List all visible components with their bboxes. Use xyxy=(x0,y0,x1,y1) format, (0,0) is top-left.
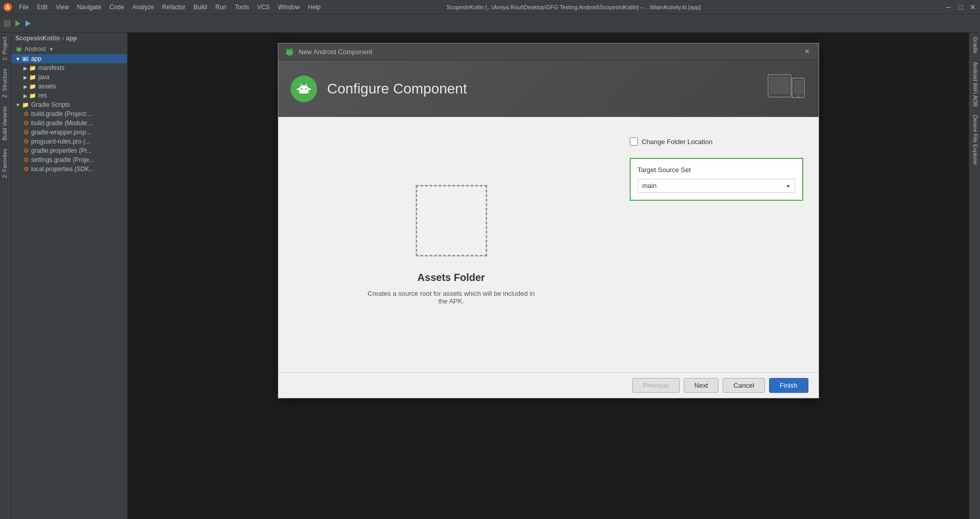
svg-line-8 xyxy=(20,47,21,49)
svg-marker-4 xyxy=(26,20,31,27)
sidebar-item-assets[interactable]: ▶ 📁 assets xyxy=(11,82,127,91)
sidebar-item-res[interactable]: ▶ 📁 res xyxy=(11,91,127,100)
sidebar-item-build-gradle-project[interactable]: ⚙ build.gradle (Project:... xyxy=(11,109,127,119)
tab-device-file-explorer[interactable]: Device File Explorer xyxy=(969,111,980,169)
sidebar-item-java[interactable]: ▶ 📁 java xyxy=(11,73,127,82)
java-label: java xyxy=(38,74,50,81)
local-properties-label: local.properties (SDK... xyxy=(31,166,94,173)
svg-rect-6 xyxy=(17,49,21,51)
project-sidebar: ScopesInKotlin › app Android ▼ ▼ a app xyxy=(11,33,128,519)
sidebar-item-build-gradle-module[interactable]: ⚙ build.gradle (Module:... xyxy=(11,119,127,128)
svg-text:A: A xyxy=(6,5,9,10)
change-folder-location-row: Change Folder Location xyxy=(630,137,803,146)
right-tabs-panel: Gradle Android WiFi ADB Device File Expl… xyxy=(969,33,980,519)
dialog-title-android-icon xyxy=(284,46,295,57)
android-logo-icon xyxy=(294,79,314,99)
settings-gradle-label: settings.gradle (Proje... xyxy=(31,156,94,163)
svg-point-16 xyxy=(291,49,292,50)
svg-point-22 xyxy=(305,88,306,89)
menu-analyze[interactable]: Analyze xyxy=(129,3,158,12)
menu-help[interactable]: Help xyxy=(304,3,324,12)
menu-code[interactable]: Code xyxy=(106,3,128,12)
tab-structure[interactable]: Z: Structure xyxy=(0,64,11,102)
change-folder-location-checkbox[interactable] xyxy=(630,137,638,146)
debug-icon[interactable] xyxy=(23,19,32,28)
tab-project[interactable]: 1: Project xyxy=(0,33,11,64)
android-header-icon xyxy=(291,76,317,102)
dialog-left-panel: Assets Folder Creates a source root for … xyxy=(294,132,609,357)
sidebar-item-app[interactable]: ▼ a app xyxy=(11,54,127,63)
menu-build[interactable]: Build xyxy=(190,3,211,12)
change-folder-location-label: Change Folder Location xyxy=(642,138,713,146)
android-label: Android xyxy=(25,45,45,53)
menu-file[interactable]: File xyxy=(15,3,32,12)
sidebar-item-settings-gradle[interactable]: ⚙ settings.gradle (Proje... xyxy=(11,155,127,164)
target-source-set-select[interactable]: main xyxy=(638,179,795,193)
android-header: Android ▼ xyxy=(11,44,127,54)
dialog-right-panel: Change Folder Location Target Source Set… xyxy=(630,132,803,357)
sidebar-item-proguard[interactable]: ⚙ proguard-rules.pro (... xyxy=(11,137,127,146)
sidebar-item-manifests[interactable]: ▶ 📁 manifests xyxy=(11,63,127,73)
component-description: Creates a source root for assets which w… xyxy=(365,290,538,305)
tab-gradle[interactable]: Gradle xyxy=(969,33,980,58)
tab-favorites[interactable]: 2: Favorites xyxy=(0,145,11,182)
folder-icon: 📁 xyxy=(29,74,36,81)
folder-arrow-icon: ▶ xyxy=(23,75,28,80)
menu-vcs[interactable]: VCS xyxy=(254,3,274,12)
svg-rect-30 xyxy=(794,80,803,95)
svg-rect-28 xyxy=(770,77,790,94)
sidebar-item-gradle-scripts[interactable]: ▼ 📁 Gradle Scripts xyxy=(11,100,127,109)
next-button[interactable]: Next xyxy=(684,378,719,393)
menu-tools[interactable]: Tools xyxy=(231,3,253,12)
sidebar-item-gradle-properties[interactable]: ⚙ gradle.properties (Pr... xyxy=(11,146,127,155)
menu-bar: A File Edit View Navigate Code Analyze R… xyxy=(0,0,980,14)
window-title: ScopesInKotlin [...\Amiya Rout\Desktop\G… xyxy=(446,4,701,10)
toolbar xyxy=(0,14,980,33)
app-logo-icon: A xyxy=(3,3,12,12)
sidebar-header: ScopesInKotlin › app xyxy=(11,33,127,44)
tab-android-wifi-adb[interactable]: Android WiFi ADB xyxy=(969,58,980,111)
dialog-header: Configure Component xyxy=(278,60,819,117)
gradle-folder-icon: 📁 xyxy=(22,102,29,108)
close-button[interactable]: ✕ xyxy=(969,3,977,11)
project-name-label: ScopesInKotlin xyxy=(15,35,60,42)
menu-view[interactable]: View xyxy=(52,3,73,12)
dialog-close-button[interactable]: × xyxy=(802,46,812,57)
menu-run[interactable]: Run xyxy=(212,3,230,12)
gradle-scripts-label: Gradle Scripts xyxy=(31,101,70,108)
dialog-header-title: Configure Component xyxy=(327,81,467,97)
menu-edit[interactable]: Edit xyxy=(33,3,51,12)
cancel-button[interactable]: Cancel xyxy=(723,378,764,393)
gradle-file-icon: ⚙ xyxy=(23,110,29,117)
target-source-set-panel: Target Source Set main ▼ xyxy=(630,158,803,201)
phone-tablet-icon xyxy=(766,70,806,101)
svg-rect-26 xyxy=(308,88,311,90)
menu-navigate[interactable]: Navigate xyxy=(74,3,105,12)
target-source-set-label: Target Source Set xyxy=(638,166,795,174)
main-layout: 1: Project Z: Structure Build Variants 2… xyxy=(0,33,980,519)
svg-point-21 xyxy=(301,88,302,89)
svg-rect-25 xyxy=(297,88,299,90)
menu-refactor[interactable]: Refactor xyxy=(159,3,189,12)
target-source-select-wrapper: main ▼ xyxy=(638,179,795,193)
maximize-button[interactable]: □ xyxy=(957,3,965,11)
menu-window[interactable]: Window xyxy=(274,3,303,12)
minimize-button[interactable]: ─ xyxy=(944,3,952,11)
run-icon[interactable] xyxy=(13,19,21,28)
assets-label: assets xyxy=(38,83,56,90)
res-label: res xyxy=(38,92,47,99)
gradle-properties-label: gradle.properties (Pr... xyxy=(31,147,92,154)
proguard-label: proguard-rules.pro (... xyxy=(31,138,90,145)
app-label: app xyxy=(31,55,41,62)
folder-arrow-icon: ▶ xyxy=(23,84,28,89)
settings-gradle-icon: ⚙ xyxy=(23,156,29,163)
android-dropdown-icon[interactable]: ▼ xyxy=(49,46,54,52)
tab-build-variants[interactable]: Build Variants xyxy=(0,102,11,145)
sidebar-item-gradle-wrapper[interactable]: ⚙ gradle-wrapper.prop... xyxy=(11,128,127,137)
svg-rect-20 xyxy=(299,88,308,93)
previous-button[interactable]: Previous xyxy=(632,378,680,393)
sidebar-item-local-properties[interactable]: ⚙ local.properties (SDK... xyxy=(11,164,127,174)
finish-button[interactable]: Finish xyxy=(769,378,808,393)
module-icon: a xyxy=(22,55,29,62)
new-android-component-dialog: New Android Component × xyxy=(278,43,819,398)
